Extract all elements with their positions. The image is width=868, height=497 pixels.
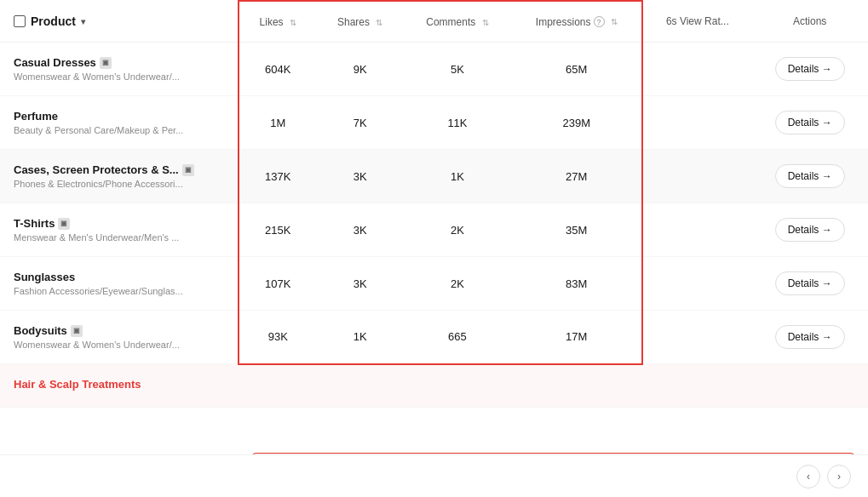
view-rate-column-header[interactable]: 6s View Rat... (642, 1, 751, 43)
details-button-2[interactable]: Details → (775, 164, 845, 188)
product-cell-3: T-Shirts ▣ Menswear & Men's Underwear/Me… (0, 203, 239, 257)
shares-cell-0: 9K (317, 43, 404, 96)
impressions-column-header[interactable]: Impressions ? ⇅ (511, 1, 642, 43)
likes-cell-5: 93K (239, 311, 317, 364)
footer-likes-cell (239, 364, 317, 408)
footer-impressions-cell (511, 364, 642, 408)
view-rate-cell-5 (642, 311, 751, 364)
product-name-1: Perfume (14, 110, 224, 123)
footer-shares-cell (317, 364, 404, 408)
comments-cell-3: 2K (404, 203, 511, 257)
details-button-0[interactable]: Details → (775, 57, 845, 81)
likes-label: Likes (260, 16, 284, 28)
prev-page-button[interactable]: ‹ (796, 465, 820, 488)
product-category-1: Beauty & Personal Care/Makeup & Per... (14, 125, 224, 135)
chevron-down-icon: ▾ (81, 17, 85, 26)
details-button-1[interactable]: Details → (775, 111, 845, 134)
impressions-header-group: Impressions ? ⇅ (536, 16, 618, 28)
footer-view-rate-cell (642, 364, 751, 408)
footer-actions-cell (751, 364, 868, 408)
product-cell-5: Bodysuits ▣ Womenswear & Women's Underwe… (0, 311, 239, 364)
product-name-3: T-Shirts ▣ (14, 217, 224, 230)
impressions-info-icon: ? (594, 16, 605, 27)
likes-column-header[interactable]: Likes ⇅ (239, 1, 317, 43)
product-category-2: Phones & Electronics/Phone Accessori... (14, 179, 224, 189)
comments-cell-4: 2K (404, 257, 511, 311)
impressions-cell-4: 83M (511, 257, 642, 311)
view-rate-cell-0 (642, 43, 751, 96)
actions-cell-5: Details → (751, 311, 868, 364)
details-button-4[interactable]: Details → (775, 271, 845, 295)
product-column-header[interactable]: Product ▾ (0, 1, 239, 43)
next-page-button[interactable]: › (827, 465, 851, 488)
impressions-sort-icon[interactable]: ⇅ (611, 17, 618, 26)
comments-cell-2: 1K (404, 150, 511, 203)
view-rate-cell-2 (642, 150, 751, 203)
box-icon (14, 15, 26, 27)
impressions-cell-0: 65M (511, 43, 642, 96)
likes-cell-4: 107K (239, 257, 317, 311)
view-rate-cell-4 (642, 257, 751, 311)
shares-cell-4: 3K (317, 257, 404, 311)
likes-cell-1: 1M (239, 96, 317, 150)
product-badge-icon: ▣ (182, 164, 194, 176)
likes-cell-3: 215K (239, 203, 317, 257)
data-table: Product ▾ Likes ⇅ Shares ⇅ Comments (0, 0, 868, 408)
actions-cell-4: Details → (751, 257, 868, 311)
footer-product-name: Hair & Scalp Treatments (14, 378, 225, 391)
product-category-0: Womenswear & Women's Underwear/... (14, 71, 224, 82)
footer-product-cell: Hair & Scalp Treatments (0, 364, 239, 408)
actions-cell-1: Details → (751, 96, 868, 150)
shares-cell-3: 3K (317, 203, 404, 257)
product-badge-icon: ▣ (100, 57, 112, 69)
actions-column-header: Actions (751, 1, 868, 43)
impressions-cell-2: 27M (511, 150, 642, 203)
product-name-5: Bodysuits ▣ (14, 324, 224, 337)
product-header-btn[interactable]: Product ▾ (14, 11, 85, 31)
product-cell-4: Sunglasses Fashion Accessories/Eyewear/S… (0, 257, 239, 311)
comments-cell-5: 665 (404, 311, 511, 364)
likes-cell-0: 604K (239, 43, 317, 96)
comments-sort-icon[interactable]: ⇅ (482, 18, 489, 27)
shares-cell-5: 1K (317, 311, 404, 364)
view-rate-cell-3 (642, 203, 751, 257)
impressions-cell-5: 17M (511, 311, 642, 364)
likes-sort-icon[interactable]: ⇅ (290, 18, 296, 27)
actions-label: Actions (793, 15, 826, 27)
impressions-cell-3: 35M (511, 203, 642, 257)
actions-cell-0: Details → (751, 43, 868, 96)
product-badge-icon: ▣ (71, 325, 83, 337)
product-label: Product (31, 14, 76, 28)
product-cell-1: Perfume Beauty & Personal Care/Makeup & … (0, 96, 239, 150)
product-name-0: Casual Dresses ▣ (14, 56, 224, 69)
shares-cell-1: 7K (317, 96, 404, 150)
table-wrapper[interactable]: Product ▾ Likes ⇅ Shares ⇅ Comments (0, 0, 868, 497)
product-category-5: Womenswear & Women's Underwear/... (14, 340, 224, 350)
product-name-4: Sunglasses (14, 271, 224, 283)
actions-cell-3: Details → (751, 203, 868, 257)
product-badge-icon: ▣ (58, 218, 70, 230)
actions-cell-2: Details → (751, 150, 868, 203)
shares-sort-icon[interactable]: ⇅ (376, 18, 382, 27)
product-category-4: Fashion Accessories/Eyewear/Sunglas... (14, 286, 224, 296)
shares-cell-2: 3K (317, 150, 404, 203)
comments-cell-0: 5K (404, 43, 511, 96)
details-button-3[interactable]: Details → (775, 218, 845, 242)
details-button-5[interactable]: Details → (775, 325, 845, 349)
shares-label: Shares (337, 16, 370, 28)
view-rate-label: 6s View Rat... (666, 15, 729, 27)
product-name-2: Cases, Screen Protectors & S... ▣ (14, 163, 224, 176)
bottom-nav: ‹ › (0, 454, 868, 497)
footer-comments-cell (404, 364, 511, 408)
comments-cell-1: 11K (404, 96, 511, 150)
impressions-cell-1: 239M (511, 96, 642, 150)
product-cell-0: Casual Dresses ▣ Womenswear & Women's Un… (0, 43, 239, 96)
product-category-3: Menswear & Men's Underwear/Men's ... (14, 232, 224, 243)
product-cell-2: Cases, Screen Protectors & S... ▣ Phones… (0, 150, 239, 203)
main-container: About this data i Product ▾ Likes ⇅ (0, 0, 868, 497)
comments-label: Comments (426, 16, 475, 28)
likes-cell-2: 137K (239, 150, 317, 203)
shares-column-header[interactable]: Shares ⇅ (317, 1, 404, 43)
comments-column-header[interactable]: Comments ⇅ (404, 1, 511, 43)
view-rate-cell-1 (642, 96, 751, 150)
